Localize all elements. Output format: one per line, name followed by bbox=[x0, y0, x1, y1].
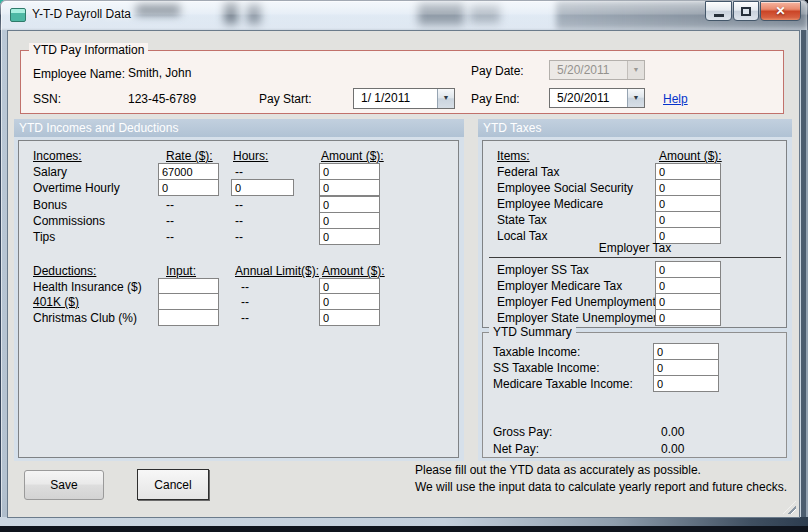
employee-medicare-input[interactable] bbox=[655, 195, 721, 212]
overtime-hours-input[interactable] bbox=[231, 179, 294, 196]
pay-end-label: Pay End: bbox=[471, 92, 520, 106]
salary-rate-input[interactable] bbox=[158, 163, 219, 180]
input-col-header: Input: bbox=[166, 264, 196, 278]
chevron-down-icon: ▼ bbox=[627, 61, 644, 79]
overtime-amount-input[interactable] bbox=[319, 179, 380, 196]
ytd-summary-groupbox: YTD Summary Taxable Income: SS Taxable I… bbox=[482, 332, 787, 458]
items-col-header: Items: bbox=[497, 149, 530, 163]
resize-grip[interactable] bbox=[783, 501, 796, 514]
close-icon: ✕ bbox=[775, 2, 785, 20]
employer-ss-input[interactable] bbox=[655, 261, 721, 278]
summary-row-label: Taxable Income: bbox=[493, 345, 580, 359]
window-frame-right bbox=[800, 30, 808, 518]
chevron-down-icon[interactable]: ▼ bbox=[437, 89, 454, 108]
commissions-hours-static: -- bbox=[235, 214, 243, 228]
tax-row-label: Employer State Unemployment bbox=[497, 311, 663, 325]
salary-amount-input[interactable] bbox=[319, 163, 380, 180]
401k-amount-input[interactable] bbox=[319, 293, 380, 310]
employee-ss-input[interactable] bbox=[655, 179, 721, 196]
federal-tax-input[interactable] bbox=[655, 163, 721, 180]
ytd-payroll-window: Y-T-D Payroll Data ✕ YTD Pay Information… bbox=[0, 0, 808, 526]
tax-row-label: Federal Tax bbox=[497, 165, 559, 179]
state-tax-input[interactable] bbox=[655, 211, 721, 228]
tax-row-label: State Tax bbox=[497, 213, 547, 227]
pay-info-groupbox: YTD Pay Information Employee Name: Smith… bbox=[20, 50, 784, 114]
amount-col-header: Amount ($): bbox=[321, 149, 384, 163]
tax-row-label: Employer Medicare Tax bbox=[497, 279, 622, 293]
bonus-rate-static: -- bbox=[166, 198, 174, 212]
app-icon bbox=[10, 8, 26, 22]
taxes-panel: YTD Taxes Items: Amount ($): Federal Tax… bbox=[478, 119, 792, 461]
employer-medicare-input[interactable] bbox=[655, 277, 721, 294]
maximize-icon bbox=[741, 7, 751, 16]
health-insurance-limit-static: -- bbox=[241, 280, 249, 294]
pay-start-value: 1/ 1/2011 bbox=[361, 91, 410, 105]
christmas-club-amount-input[interactable] bbox=[319, 309, 380, 326]
employee-name-value: Smith, John bbox=[128, 66, 191, 80]
screen: Y-T-D Payroll Data ✕ YTD Pay Information… bbox=[0, 0, 808, 532]
net-pay-value: 0.00 bbox=[661, 442, 684, 456]
chevron-down-icon[interactable]: ▼ bbox=[627, 89, 644, 107]
pay-end-value: 5/20/2011 bbox=[557, 91, 610, 105]
401k-limit-static: -- bbox=[241, 295, 249, 309]
medicare-taxable-income-input[interactable] bbox=[653, 375, 719, 392]
deduction-row-label-401k[interactable]: 401K ($) bbox=[33, 295, 79, 309]
income-row-label: Overtime Hourly bbox=[33, 181, 120, 195]
tax-row-label: Employee Medicare bbox=[497, 197, 603, 211]
gross-pay-label: Gross Pay: bbox=[493, 425, 552, 439]
cancel-button[interactable]: Cancel bbox=[137, 469, 209, 500]
salary-hours-static: -- bbox=[235, 165, 243, 179]
deduction-row-label: Health Insurance ($) bbox=[33, 280, 142, 294]
hours-col-header: Hours: bbox=[233, 149, 268, 163]
bonus-amount-input[interactable] bbox=[319, 196, 380, 213]
bonus-hours-static: -- bbox=[235, 198, 243, 212]
income-row-label: Bonus bbox=[33, 198, 67, 212]
pay-date-select: 5/20/2011 ▼ bbox=[549, 60, 645, 80]
deduction-row-label: Christmas Club (%) bbox=[33, 311, 137, 325]
tips-hours-static: -- bbox=[235, 230, 243, 244]
incomes-col-header: Incomes: bbox=[33, 149, 82, 163]
pay-start-select[interactable]: 1/ 1/2011 ▼ bbox=[353, 88, 455, 109]
footer-note-line1: Please fill out the YTD data as accurate… bbox=[415, 462, 787, 479]
commissions-amount-input[interactable] bbox=[319, 212, 380, 229]
minimize-button[interactable] bbox=[705, 1, 732, 21]
commissions-rate-static: -- bbox=[166, 214, 174, 228]
close-button[interactable]: ✕ bbox=[760, 1, 801, 21]
save-button[interactable]: Save bbox=[24, 470, 104, 500]
annual-limit-col-header: Annual Limit($): bbox=[235, 264, 319, 278]
dialog-client-area: YTD Pay Information Employee Name: Smith… bbox=[7, 30, 800, 518]
christmas-club-input[interactable] bbox=[158, 309, 219, 326]
titlebar[interactable]: Y-T-D Payroll Data ✕ bbox=[0, 0, 808, 30]
ytd-summary-legend: YTD Summary bbox=[489, 325, 576, 339]
summary-row-label: Medicare Taxable Income: bbox=[493, 377, 633, 391]
employer-tax-section-header: Employer Tax bbox=[489, 241, 781, 258]
income-row-label: Tips bbox=[33, 230, 55, 244]
amount-col-header: Amount ($): bbox=[659, 149, 722, 163]
tips-amount-input[interactable] bbox=[319, 228, 380, 245]
gross-pay-value: 0.00 bbox=[661, 425, 684, 439]
maximize-button[interactable] bbox=[733, 1, 759, 21]
income-row-label: Salary bbox=[33, 165, 67, 179]
ss-taxable-income-input[interactable] bbox=[653, 359, 719, 376]
taxes-panel-header: YTD Taxes bbox=[478, 119, 792, 137]
footer-note-line2: We will use the input data to calculate … bbox=[415, 479, 787, 496]
401k-input[interactable] bbox=[158, 293, 219, 310]
overtime-rate-input[interactable] bbox=[158, 179, 219, 196]
pay-start-label: Pay Start: bbox=[259, 92, 312, 106]
net-pay-label: Net Pay: bbox=[493, 442, 539, 456]
taxable-income-input[interactable] bbox=[653, 343, 719, 360]
help-link[interactable]: Help bbox=[663, 92, 688, 106]
pay-end-select[interactable]: 5/20/2011 ▼ bbox=[549, 88, 645, 108]
minimize-icon bbox=[714, 14, 724, 17]
rate-col-header: Rate ($): bbox=[166, 149, 213, 163]
tips-rate-static: -- bbox=[166, 230, 174, 244]
employer-fed-unemployment-input[interactable] bbox=[655, 293, 721, 310]
ssn-value: 123-45-6789 bbox=[128, 92, 196, 106]
summary-row-label: SS Taxable Income: bbox=[493, 361, 600, 375]
tax-row-label: Employee Social Security bbox=[497, 181, 633, 195]
incomes-panel: YTD Incomes and Deductions Incomes: Rate… bbox=[14, 119, 464, 461]
employer-state-unemployment-input[interactable] bbox=[655, 309, 721, 326]
pay-info-legend: YTD Pay Information bbox=[29, 43, 148, 57]
deductions-col-header: Deductions: bbox=[33, 264, 96, 278]
window-frame-bottom bbox=[0, 517, 808, 526]
